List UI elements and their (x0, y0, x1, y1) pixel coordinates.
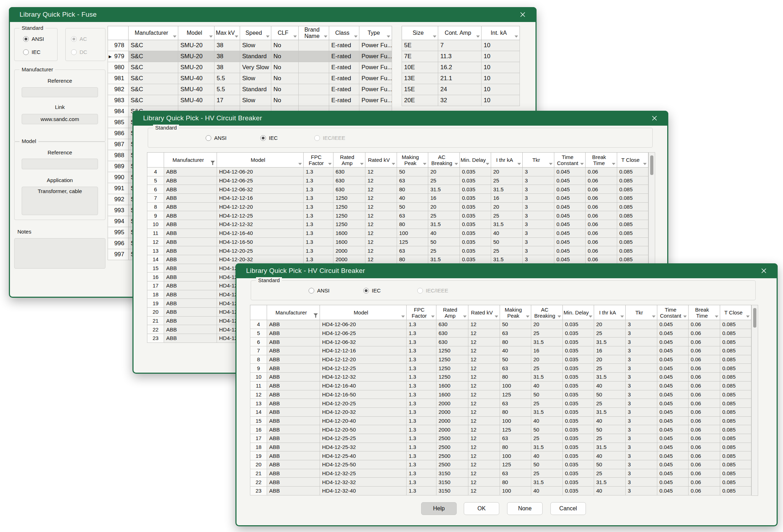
cell[interactable] (299, 84, 329, 95)
cell[interactable]: 16 (531, 346, 563, 355)
cell[interactable]: 0.085 (720, 381, 751, 390)
sort-icon[interactable] (715, 316, 718, 318)
cell[interactable]: HD4-12-12-32 (217, 220, 304, 229)
row-number-cell[interactable]: 19 (147, 299, 164, 308)
cell[interactable]: ABB (267, 346, 320, 355)
sort-icon[interactable] (387, 35, 390, 38)
table-row[interactable]: 22ABBHD4-12-32-321.33150128031.50.03531.… (250, 478, 751, 487)
row-number-cell[interactable]: 16 (147, 273, 164, 281)
sort-icon[interactable] (266, 35, 270, 38)
cell[interactable]: E-rated (329, 84, 359, 95)
cell[interactable]: 17 (214, 95, 240, 106)
cell[interactable]: 12 (365, 246, 397, 255)
cell[interactable]: 12 (365, 220, 397, 229)
cell[interactable]: ABB (267, 469, 320, 478)
row-number-cell[interactable]: 985 (108, 117, 129, 128)
cell[interactable]: HD4-12-20-25 (217, 246, 304, 255)
cell[interactable]: 1.3 (304, 255, 333, 264)
column-header[interactable]: FPC Factor (304, 153, 333, 168)
cell[interactable]: 0.06 (689, 381, 720, 390)
cell[interactable]: 40 (594, 487, 626, 495)
column-header[interactable]: Rated Amp (333, 153, 365, 168)
cell[interactable]: 0.035 (563, 364, 594, 373)
cell[interactable]: 3 (626, 425, 657, 434)
cell[interactable]: 25 (594, 399, 626, 408)
table-row[interactable]: 9ABBHD4-12-12-251.312501263250.0352530.0… (147, 211, 648, 220)
row-number-header[interactable] (147, 153, 164, 168)
cell[interactable]: 0.085 (720, 407, 751, 416)
cell[interactable]: 50 (531, 460, 563, 469)
cell[interactable]: S&C (129, 40, 178, 51)
cell[interactable]: 1250 (436, 364, 468, 373)
cell[interactable]: 0.045 (657, 487, 689, 495)
row-number-cell[interactable]: 7 (250, 346, 267, 355)
cell[interactable]: 40 (531, 416, 563, 425)
radio-ansi[interactable]: ANSI (309, 287, 330, 294)
row-number-cell[interactable]: 23 (147, 334, 164, 343)
cell[interactable]: Power Fu... (359, 84, 392, 95)
cell[interactable]: ABB (267, 355, 320, 364)
cell[interactable]: ABB (267, 478, 320, 487)
radio-ansi[interactable]: ANSI (206, 135, 227, 141)
cell[interactable]: 40 (491, 229, 523, 237)
column-header[interactable]: Rated kV (365, 153, 397, 168)
row-number-cell[interactable]: 12 (250, 390, 267, 399)
cell[interactable]: 80 (500, 407, 531, 416)
cell[interactable]: 1250 (333, 202, 365, 211)
cell[interactable]: 2000 (436, 416, 468, 425)
sort-icon[interactable] (455, 163, 458, 165)
cell[interactable]: 0.06 (689, 451, 720, 460)
cell[interactable]: 50 (500, 320, 531, 329)
column-header[interactable]: Model (320, 305, 407, 320)
cell[interactable]: No (271, 40, 299, 51)
cell[interactable]: 63 (500, 329, 531, 338)
row-number-cell[interactable]: 22 (250, 478, 267, 487)
cell[interactable]: 0.045 (657, 355, 689, 364)
cell[interactable]: ABB (267, 434, 320, 443)
cell[interactable]: 3 (626, 451, 657, 460)
cell[interactable]: 3 (626, 381, 657, 390)
cell[interactable]: 3 (523, 211, 554, 220)
table-row[interactable]: 983S&CSMU-4017SlowNoE-ratedPower Fu... (108, 95, 392, 106)
cell[interactable]: 1.3 (407, 373, 436, 382)
cell[interactable]: 0.06 (586, 168, 617, 176)
cell[interactable]: 0.06 (689, 364, 720, 373)
cell[interactable]: 12 (468, 487, 500, 495)
cell[interactable]: 0.045 (657, 338, 689, 346)
table-row[interactable]: 23ABBHD4-12-32-401.3315012100400.0354030… (250, 487, 751, 495)
cell[interactable]: 31.5 (594, 373, 626, 382)
cell[interactable]: 0.06 (689, 487, 720, 495)
cell[interactable]: 1600 (333, 229, 365, 237)
cell[interactable]: 12 (468, 355, 500, 364)
manufacturer-link-field[interactable]: www.sandc.com (22, 114, 98, 124)
cell[interactable]: E-rated (329, 40, 359, 51)
sort-icon[interactable] (360, 163, 364, 165)
cell[interactable]: 0.085 (720, 320, 751, 329)
cell[interactable]: 3150 (436, 487, 468, 495)
row-number-cell[interactable]: 8 (147, 202, 164, 211)
sort-icon[interactable] (652, 316, 656, 318)
cell[interactable]: Standard (240, 51, 271, 62)
cell[interactable]: 10E (402, 62, 438, 73)
cell[interactable]: SMU-20 (178, 51, 214, 62)
cell[interactable]: Power Fu... (359, 62, 392, 73)
cell[interactable]: 16 (428, 194, 460, 203)
cell[interactable]: 630 (333, 168, 365, 176)
table-row[interactable]: 10ABBHD4-12-12-321.31250128031.50.03531.… (250, 373, 751, 382)
cell[interactable]: ABB (267, 451, 320, 460)
cell[interactable]: 0.06 (586, 176, 617, 185)
cell[interactable]: 5E (402, 40, 438, 51)
cell[interactable]: 12 (468, 469, 500, 478)
cell[interactable]: ABB (164, 290, 217, 299)
cell[interactable]: Very Slow (240, 62, 271, 73)
cell[interactable]: 0.045 (554, 229, 586, 237)
cell[interactable]: 0.035 (563, 390, 594, 399)
table-row[interactable]: 20ABBHD4-12-25-501.3250012125500.0355030… (250, 460, 751, 469)
row-number-cell[interactable]: 988 (108, 150, 129, 161)
table-row[interactable]: 9ABBHD4-12-12-251.312501263250.0352530.0… (250, 364, 751, 373)
cell[interactable]: 12 (468, 373, 500, 382)
cell[interactable]: 0.085 (720, 399, 751, 408)
cell[interactable]: 50 (594, 425, 626, 434)
cell[interactable]: ABB (267, 443, 320, 451)
cell[interactable]: 12 (468, 460, 500, 469)
